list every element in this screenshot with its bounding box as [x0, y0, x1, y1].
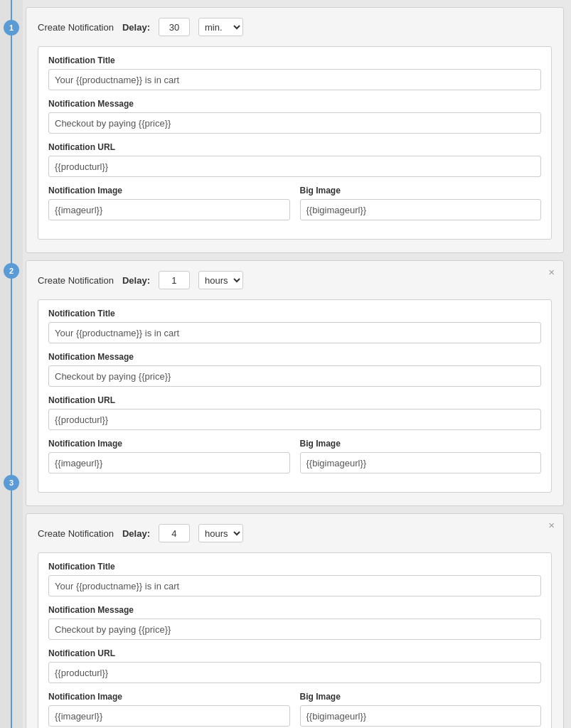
image-input-3[interactable] [48, 705, 290, 727]
title-input-2[interactable] [48, 322, 541, 343]
url-group-3: Notification URL [48, 648, 541, 683]
url-input-1[interactable] [48, 156, 541, 177]
card-header-1: Create NotificationDelay:min.hoursdays [38, 18, 552, 36]
message-group-2: Notification Message [48, 352, 541, 387]
delay-select-1[interactable]: min.hoursdays [198, 18, 243, 36]
timeline-line [11, 0, 12, 728]
title-group-3: Notification Title [48, 562, 541, 596]
big-image-input-1[interactable] [300, 199, 542, 220]
badge-3: 3 [4, 475, 19, 491]
message-input-3[interactable] [48, 619, 541, 640]
form-section-3: Notification TitleNotification MessageNo… [38, 552, 552, 728]
image-input-1[interactable] [48, 199, 290, 220]
badge-1: 1 [4, 20, 19, 36]
image-group-3: Notification Image [48, 692, 290, 727]
url-label-1: Notification URL [48, 142, 541, 152]
card-header-2: Create NotificationDelay:min.hoursdays [38, 271, 552, 289]
url-group-1: Notification URL [48, 142, 541, 177]
title-label-2: Notification Title [48, 309, 541, 318]
delay-label-1: Delay: [122, 22, 150, 33]
url-label-3: Notification URL [48, 648, 541, 658]
card-title-1: Create Notification [38, 22, 114, 33]
image-label-2: Notification Image [48, 439, 290, 449]
message-label-2: Notification Message [48, 352, 541, 362]
message-group-3: Notification Message [48, 605, 541, 640]
image-group-2: Notification Image [48, 439, 290, 473]
card-header-3: Create NotificationDelay:min.hoursdays [38, 524, 552, 542]
form-section-1: Notification TitleNotification MessageNo… [38, 46, 552, 240]
image-group-1: Notification Image [48, 186, 290, 220]
left-bar: 1 2 3 [0, 0, 23, 728]
big-image-label-3: Big Image [300, 692, 542, 702]
url-input-3[interactable] [48, 662, 541, 683]
badge-2: 2 [4, 263, 19, 279]
image-row-1: Notification ImageBig Image [48, 186, 541, 229]
delay-label-3: Delay: [122, 528, 150, 539]
title-label-1: Notification Title [48, 55, 541, 65]
card-title-3: Create Notification [38, 528, 114, 539]
message-label-3: Notification Message [48, 605, 541, 615]
page-wrapper: 1 2 3 Create NotificationDelay:min.hours… [0, 0, 571, 728]
image-label-3: Notification Image [48, 692, 290, 702]
big-image-label-1: Big Image [300, 186, 542, 196]
image-input-2[interactable] [48, 452, 290, 473]
image-label-1: Notification Image [48, 186, 290, 196]
card-title-2: Create Notification [38, 275, 114, 286]
big-image-input-3[interactable] [300, 705, 542, 727]
delay-select-2[interactable]: min.hoursdays [198, 271, 243, 289]
url-label-2: Notification URL [48, 395, 541, 405]
notification-card-1: Create NotificationDelay:min.hoursdaysNo… [26, 7, 564, 253]
form-section-2: Notification TitleNotification MessageNo… [38, 299, 552, 493]
big-image-input-2[interactable] [300, 452, 542, 473]
message-input-2[interactable] [48, 365, 541, 387]
title-input-1[interactable] [48, 69, 541, 90]
close-button-3[interactable]: × [547, 520, 556, 530]
notification-card-2: Create NotificationDelay:min.hoursdays×N… [26, 260, 564, 506]
title-group-1: Notification Title [48, 55, 541, 90]
big-image-group-3: Big Image [300, 692, 542, 728]
url-input-2[interactable] [48, 409, 541, 430]
close-button-2[interactable]: × [547, 267, 556, 277]
delay-input-2[interactable] [159, 271, 190, 289]
big-image-group-2: Big Image [300, 439, 542, 482]
delay-select-3[interactable]: min.hoursdays [198, 524, 243, 542]
delay-input-3[interactable] [159, 524, 190, 542]
delay-input-1[interactable] [159, 18, 190, 36]
message-input-1[interactable] [48, 112, 541, 134]
image-row-2: Notification ImageBig Image [48, 439, 541, 482]
main-content: Create NotificationDelay:min.hoursdaysNo… [23, 0, 571, 728]
url-group-2: Notification URL [48, 395, 541, 430]
image-row-3: Notification ImageBig Image [48, 692, 541, 728]
big-image-label-2: Big Image [300, 439, 542, 449]
delay-label-2: Delay: [122, 275, 150, 286]
big-image-group-1: Big Image [300, 186, 542, 229]
notification-card-3: Create NotificationDelay:min.hoursdays×N… [26, 513, 564, 728]
title-group-2: Notification Title [48, 309, 541, 343]
message-group-1: Notification Message [48, 99, 541, 134]
title-input-3[interactable] [48, 575, 541, 596]
message-label-1: Notification Message [48, 99, 541, 109]
title-label-3: Notification Title [48, 562, 541, 572]
